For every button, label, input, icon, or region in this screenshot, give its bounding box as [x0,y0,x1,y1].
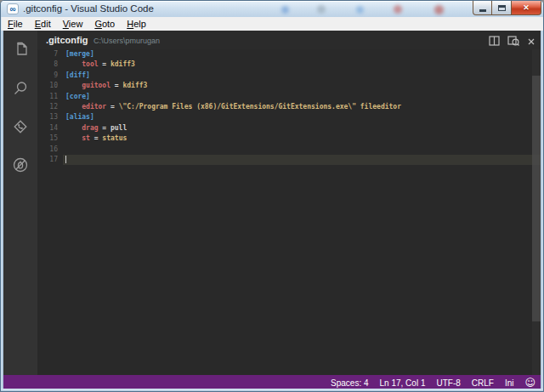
minimize-button[interactable] [473,1,492,15]
status-item[interactable]: Ini [505,378,514,388]
file-path-label: C:\Users\pmurugan [94,37,160,45]
editor-actions [489,34,536,49]
title-bar[interactable]: ∞ .gitconfig - Visual Studio Code ✕ [1,1,543,17]
editor-title-bar: .gitconfig C:\Users\pmurugan [37,31,542,49]
status-item[interactable]: CRLF [472,378,494,388]
window-border-right [541,31,543,390]
debug-icon [11,156,30,174]
close-icon: ✕ [523,3,530,12]
explorer-icon [11,41,30,60]
line-content: [alias] [63,112,542,122]
vscode-window: ∞ .gitconfig - Visual Studio Code ✕ File… [0,0,544,392]
editor-lines: 7[merge]8 tool = kdiff39[diff]10 guitool… [37,49,542,165]
line-content: [diff] [63,71,542,81]
menu-item-goto[interactable]: Goto [88,18,121,30]
line-number: 17 [37,155,63,165]
filename-label: .gitconfig [46,35,88,45]
editor-line-16[interactable]: 16 [37,145,542,155]
text-cursor [65,156,66,163]
line-content: [merge] [63,49,542,60]
split-editor-icon [489,36,500,46]
maximize-icon [498,5,506,11]
line-content [63,145,542,155]
menu-bar: FileEditViewGotoHelp [2,17,544,31]
editor-line-11[interactable]: 11[core] [37,92,542,102]
line-content: guitool = kdiff3 [63,81,542,91]
window-controls: ✕ [473,1,541,15]
line-number: 13 [37,112,63,122]
minimize-icon [479,9,486,12]
window-border-bottom [1,389,543,391]
status-item[interactable]: UTF-8 [436,378,460,388]
vscode-app-icon: ∞ [7,3,19,14]
activitybar-item-explorer[interactable] [3,31,37,69]
line-number: 15 [37,134,63,144]
titlebar-glass-blur [256,3,468,15]
editor-line-15[interactable]: 15 st = status [37,134,542,144]
line-content: tool = kdiff3 [63,60,542,70]
line-number: 10 [37,81,63,91]
feedback-smiley-button[interactable]: ☺ [524,378,536,388]
close-editor-icon [527,37,536,46]
editor-line-9[interactable]: 9[diff] [37,71,542,81]
editor-line-10[interactable]: 10 guitool = kdiff3 [37,81,542,91]
menu-item-help[interactable]: Help [121,18,152,30]
activity-bar [3,31,37,375]
git-icon [11,117,30,136]
line-number: 12 [37,102,63,112]
activitybar-item-search[interactable] [3,69,37,107]
menu-item-file[interactable]: File [2,18,29,30]
window-title: .gitconfig - Visual Studio Code [23,3,154,14]
line-number: 11 [37,92,63,102]
workbench: .gitconfig C:\Users\pmurugan 7[ [3,31,542,375]
line-number: 16 [37,145,63,155]
activitybar-item-debug[interactable] [3,145,37,184]
maximize-button[interactable] [492,1,512,15]
split-editor-button[interactable] [489,34,500,49]
status-items: Spaces: 4Ln 17, Col 1UTF-8CRLFIni [331,378,524,388]
line-number: 7 [37,49,63,60]
line-number: 8 [37,60,63,70]
status-item[interactable]: Ln 17, Col 1 [380,378,426,388]
editor-line-12[interactable]: 12 editor = \"C:/Program Files (x86)/Git… [37,102,542,112]
activitybar-item-git[interactable] [3,107,37,145]
close-button[interactable]: ✕ [512,1,541,15]
line-content: st = status [63,134,542,144]
preview-button[interactable] [507,34,519,49]
editor-surface[interactable]: 7[merge]8 tool = kdiff39[diff]10 guitool… [37,49,542,375]
window-border-left [1,31,3,390]
line-number: 9 [37,71,63,81]
editor-line-14[interactable]: 14 drag = pull [37,123,542,134]
line-content: editor = \"C:/Program Files (x86)/GitExt… [63,102,542,112]
search-icon [11,79,30,98]
line-number: 14 [37,123,63,134]
line-content: [core] [63,92,542,102]
editor-line-7[interactable]: 7[merge] [37,49,542,60]
line-content [63,155,542,165]
menu-item-edit[interactable]: Edit [29,18,57,30]
preview-icon [507,36,519,46]
line-content: drag = pull [63,123,542,134]
close-editor-button[interactable] [527,34,536,49]
menu-item-view[interactable]: View [57,18,89,30]
editor-line-17[interactable]: 17 [37,155,542,165]
status-item[interactable]: Spaces: 4 [331,378,368,388]
editor-line-8[interactable]: 8 tool = kdiff3 [37,60,542,70]
editor-line-13[interactable]: 13[alias] [37,112,542,122]
